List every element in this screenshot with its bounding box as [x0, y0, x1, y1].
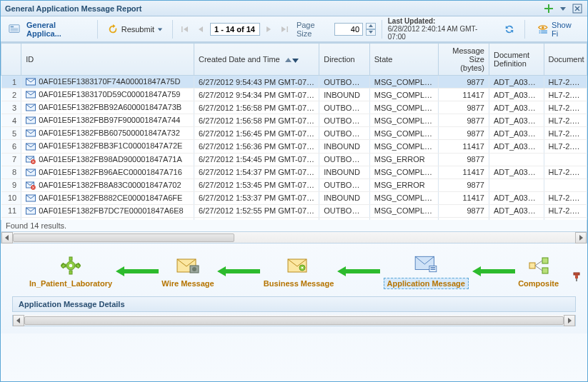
cell-docdef: ADT_A03_def [489, 127, 544, 140]
scroll-thumb[interactable] [24, 316, 564, 325]
show-fields-label[interactable]: Show Fi [552, 21, 579, 38]
flow-node-composite[interactable]: Composite [518, 255, 559, 288]
cell-direction: OUTBOUND [319, 114, 370, 127]
table-row[interactable]: 110AF01E5F1382FB7DC7E00001847A6E86/27/20… [1, 204, 587, 217]
flow-label: Composite [518, 279, 559, 288]
cell-size: 9877 [439, 204, 489, 217]
col-state[interactable]: State [369, 44, 439, 76]
add-icon[interactable] [543, 3, 554, 14]
table-row[interactable]: 100AF01E5F1382FB882CE00001847A6FE6/27/20… [1, 191, 587, 204]
sort-icon[interactable] [285, 57, 299, 64]
toolbar: General Applica... Resubmit Page Size La… [1, 16, 587, 42]
cell-size: 9877 [439, 101, 489, 114]
cell-state: MSG_COMPLETE [369, 114, 439, 127]
cell-state: MSG_COMPLETE [369, 89, 439, 101]
cell-doc [544, 153, 587, 166]
svg-rect-7 [11, 26, 14, 27]
message-icon [26, 104, 36, 112]
table-row[interactable]: 10AF01E5F1383170F74A00001847A75D6/27/201… [1, 76, 587, 89]
grid-h-scrollbar[interactable] [1, 232, 587, 243]
table-row[interactable]: 30AF01E5F1382FBB92A600001847A73B6/27/201… [1, 101, 587, 114]
page-size-input[interactable] [334, 23, 363, 36]
resubmit-button[interactable]: Resubmit [104, 21, 166, 37]
row-number: 1 [1, 76, 21, 89]
svg-marker-46 [5, 235, 9, 241]
row-number: 4 [1, 114, 21, 127]
scroll-thumb[interactable] [13, 233, 234, 242]
stepper-up[interactable] [366, 23, 376, 29]
last-page-button[interactable] [278, 23, 291, 36]
message-icon [26, 116, 36, 125]
table-row[interactable]: 120AF01E5F1382FB79E3800001847A6E46/27/20… [1, 218, 587, 220]
grid-scroll[interactable]: ID Created Date and Time Direction State… [1, 43, 587, 220]
message-icon [26, 207, 36, 216]
col-created[interactable]: Created Date and Time [194, 44, 319, 76]
details-panel-header[interactable]: Application Message Details [12, 296, 576, 312]
first-page-button[interactable] [179, 23, 191, 36]
details-h-scrollbar[interactable] [12, 315, 576, 326]
scroll-left-icon[interactable] [1, 232, 13, 243]
svg-marker-26 [292, 59, 299, 63]
cell-doc: HL7-2.3.1 [544, 101, 587, 114]
col-size[interactable]: Message Size (bytes) [439, 44, 489, 76]
next-page-button[interactable] [263, 23, 276, 36]
svg-rect-77 [542, 268, 548, 273]
flow-node-endpoint[interactable]: In_Patient_Laboratory [29, 255, 112, 288]
cell-created: 6/27/2012 1:56:58 PM GMT-07:00 [194, 114, 319, 127]
cell-size: 9877 [439, 76, 489, 89]
title-bar: General Application Message Report [1, 1, 587, 16]
table-row[interactable]: 20AF01E5F1383170D59C00001847A7596/27/201… [1, 89, 587, 101]
dropdown-icon[interactable] [557, 3, 569, 14]
svg-rect-52 [69, 257, 72, 261]
col-docdef[interactable]: Document Definition [489, 44, 544, 76]
stepper-down[interactable] [366, 29, 376, 36]
cell-size: 11417 [439, 140, 489, 153]
page-size-stepper[interactable] [366, 23, 376, 36]
cell-direction: INBOUND [319, 166, 370, 179]
table-row[interactable]: 80AF01E5F1382FB96AEC00001847A7166/27/201… [1, 166, 587, 179]
cell-docdef: ADT_A03_def [489, 166, 544, 179]
table-row[interactable]: 60AF01E5F1382FBB3F1C00001847A72E6/27/201… [1, 140, 587, 153]
table-row[interactable]: 50AF01E5F1382FBB607500001847A7326/27/201… [1, 127, 587, 140]
svg-marker-15 [266, 26, 271, 32]
composite-icon [526, 255, 552, 276]
page-range-input[interactable] [210, 23, 260, 36]
cell-size: 9877 [439, 114, 489, 127]
col-direction[interactable]: Direction [319, 44, 370, 76]
report-view-link[interactable]: General Applica... [26, 21, 91, 38]
scroll-right-icon[interactable] [575, 232, 587, 243]
cell-id: 0AF01E5F1382FB98AD900001847A71A [21, 153, 194, 166]
svg-rect-22 [542, 32, 548, 33]
cell-doc: HL7-2.3.1 [544, 140, 587, 153]
svg-rect-50 [576, 278, 577, 281]
cell-state: MSG_COMPLETE [369, 204, 439, 217]
show-fields-button[interactable]: Show Fi [534, 19, 583, 40]
table-row[interactable]: 90AF01E5F1382FB8A83C00001847A7026/27/201… [1, 179, 587, 191]
close-panel-icon[interactable] [572, 3, 583, 14]
message-flow-area: In_Patient_Laboratory Wire Message Busin… [1, 243, 587, 333]
svg-marker-19 [369, 31, 373, 34]
col-rownum[interactable] [1, 44, 21, 76]
pin-icon[interactable] [572, 272, 582, 283]
message-icon [26, 78, 36, 86]
cell-created: 6/27/2012 1:52:39 PM GMT-07:00 [194, 218, 319, 220]
col-doc[interactable]: Document [544, 44, 587, 76]
resubmit-label: Resubmit [121, 25, 154, 34]
flow-arrow-icon [112, 266, 161, 277]
scroll-right-icon[interactable] [564, 315, 575, 326]
flow-node-business[interactable]: Business Message [264, 255, 334, 288]
grid: ID Created Date and Time Direction State… [1, 42, 587, 243]
message-icon [26, 181, 36, 190]
cell-direction: OUTBOUND [319, 127, 370, 140]
table-row[interactable]: 70AF01E5F1382FB98AD900001847A71A6/27/201… [1, 153, 587, 166]
cell-id: 0AF01E5F1383170D59C00001847A759 [21, 89, 194, 101]
cell-direction: OUTBOUND [319, 204, 370, 217]
flow-node-application[interactable]: Application Message [384, 253, 469, 289]
refresh-button[interactable] [500, 21, 519, 37]
report-view-button[interactable] [5, 21, 24, 37]
flow-node-wire[interactable]: Wire Message [161, 255, 214, 288]
scroll-left-icon[interactable] [13, 315, 24, 326]
col-id[interactable]: ID [21, 44, 194, 76]
table-row[interactable]: 40AF01E5F1382FBB97F900001847A7446/27/201… [1, 114, 587, 127]
prev-page-button[interactable] [194, 23, 207, 36]
